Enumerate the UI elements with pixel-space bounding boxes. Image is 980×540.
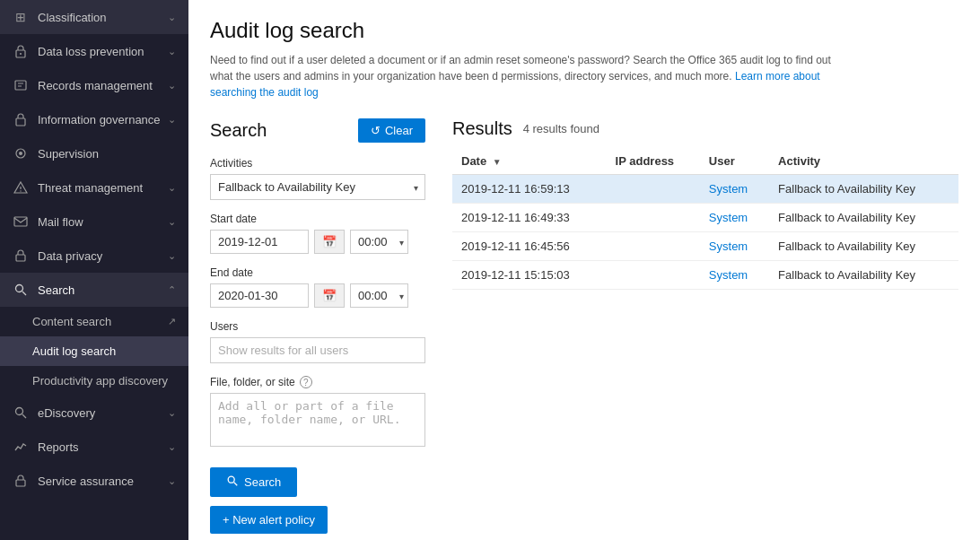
table-row[interactable]: 2019-12-11 15:15:03 System Fallback to A… <box>452 261 958 290</box>
cell-activity: Fallback to Availability Key <box>769 175 958 204</box>
calendar-icon: 📅 <box>322 235 337 248</box>
sidebar-item-productivity-app-discovery[interactable]: Productivity app discovery <box>0 366 188 396</box>
search-icon <box>13 282 29 298</box>
new-alert-policy-button[interactable]: + New alert policy <box>210 506 328 534</box>
sidebar-item-audit-log-search[interactable]: Audit log search <box>0 336 188 366</box>
chevron-down-icon: ⌄ <box>168 475 176 487</box>
start-date-label: Start date <box>210 213 425 225</box>
chevron-down-icon: ⌄ <box>168 407 176 419</box>
cell-date: 2019-12-11 16:59:13 <box>452 175 607 204</box>
chevron-down-icon: ⌄ <box>168 182 176 194</box>
cell-date: 2019-12-11 16:45:56 <box>452 232 607 261</box>
user-link: System <box>709 182 748 196</box>
sidebar-label-service-assurance: Service assurance <box>38 475 134 488</box>
results-table: Date ▼ IP address User Activity <box>452 148 958 290</box>
svg-point-13 <box>16 285 23 292</box>
user-link: System <box>709 268 748 282</box>
reports-icon <box>13 439 29 455</box>
file-folder-textarea[interactable] <box>210 393 425 447</box>
end-date-input[interactable] <box>210 283 309 308</box>
service-assurance-icon <box>13 473 29 489</box>
sidebar-item-service-assurance[interactable]: Service assurance ⌄ <box>0 464 188 498</box>
sidebar-label-ediscovery: eDiscovery <box>38 406 95 420</box>
threat-icon <box>13 179 29 196</box>
col-header-activity[interactable]: Activity <box>769 148 958 175</box>
sidebar-item-content-search[interactable]: Content search ↗ <box>0 307 188 336</box>
sort-icon: ▼ <box>493 157 502 167</box>
chevron-down-icon: ⌄ <box>168 46 176 57</box>
sidebar-item-mail-flow[interactable]: Mail flow ⌄ <box>0 205 188 239</box>
calendar-icon: 📅 <box>322 289 337 302</box>
sidebar-label-reports: Reports <box>38 440 79 454</box>
cell-date: 2019-12-11 16:49:33 <box>452 204 607 232</box>
cell-user[interactable]: System <box>700 232 769 261</box>
svg-rect-17 <box>16 480 25 486</box>
svg-rect-11 <box>14 217 27 226</box>
svg-line-19 <box>234 483 238 486</box>
sidebar-label-search: Search <box>38 283 74 297</box>
file-folder-info-icon[interactable]: ? <box>300 376 312 388</box>
chevron-down-icon: ⌄ <box>168 80 176 91</box>
search-panel: Search ↺ Clear Activities Fallback to Av… <box>210 118 425 540</box>
svg-rect-5 <box>16 118 25 126</box>
table-row[interactable]: 2019-12-11 16:59:13 System Fallback to A… <box>452 175 958 204</box>
start-time-select[interactable]: 00:00 <box>350 230 408 254</box>
user-link: System <box>709 211 748 224</box>
col-header-ip[interactable]: IP address <box>607 148 700 175</box>
chevron-down-icon: ⌄ <box>168 216 176 228</box>
sidebar-label-content-search: Content search <box>32 315 111 328</box>
mail-icon <box>13 213 29 230</box>
chevron-down-icon: ⌄ <box>168 441 176 453</box>
start-date-group: Start date 📅 00:00 ▾ <box>210 213 425 254</box>
cell-user[interactable]: System <box>700 204 769 232</box>
sidebar-item-supervision[interactable]: Supervision <box>0 136 188 170</box>
cell-activity: Fallback to Availability Key <box>769 204 958 232</box>
sidebar-label-threat: Threat management <box>38 181 143 195</box>
sidebar-label-classification: Classification <box>38 11 107 24</box>
svg-rect-12 <box>16 255 25 261</box>
results-title: Results <box>452 118 512 139</box>
svg-point-1 <box>20 53 22 55</box>
sidebar-item-ediscovery[interactable]: eDiscovery ⌄ <box>0 396 188 430</box>
ediscovery-icon <box>13 405 29 421</box>
user-link: System <box>709 240 748 253</box>
sidebar-label-productivity: Productivity app discovery <box>32 374 168 388</box>
page-title: Audit log search <box>210 18 958 43</box>
sidebar-item-classification[interactable]: ⊞ Classification ⌄ <box>0 0 188 34</box>
svg-point-18 <box>228 476 234 483</box>
cell-ip <box>607 204 700 232</box>
cell-user[interactable]: System <box>700 261 769 290</box>
sidebar-label-dlp: Data loss prevention <box>38 45 144 58</box>
chevron-down-icon: ⌄ <box>168 114 176 126</box>
table-row[interactable]: 2019-12-11 16:49:33 System Fallback to A… <box>452 204 958 232</box>
sidebar: ⊞ Classification ⌄ Data loss prevention … <box>0 0 188 540</box>
file-folder-group: File, folder, or site ? <box>210 376 425 449</box>
start-date-calendar-button[interactable]: 📅 <box>314 230 345 254</box>
sidebar-item-reports[interactable]: Reports ⌄ <box>0 430 188 464</box>
start-date-input[interactable] <box>210 230 309 254</box>
table-row[interactable]: 2019-12-11 16:45:56 System Fallback to A… <box>452 232 958 261</box>
search-btn-icon <box>226 475 239 490</box>
sidebar-item-threat-management[interactable]: Threat management ⌄ <box>0 170 188 205</box>
col-header-user[interactable]: User <box>700 148 769 175</box>
sidebar-item-information-governance[interactable]: Information governance ⌄ <box>0 102 188 136</box>
sidebar-item-records-management[interactable]: Records management ⌄ <box>0 68 188 102</box>
sidebar-item-search[interactable]: Search ⌃ <box>0 273 188 307</box>
cell-user[interactable]: System <box>700 175 769 204</box>
supervision-icon <box>13 145 29 161</box>
cell-date: 2019-12-11 15:15:03 <box>452 261 607 290</box>
col-header-date[interactable]: Date ▼ <box>452 148 607 175</box>
clear-button[interactable]: ↺ Clear <box>358 118 425 143</box>
search-button[interactable]: Search <box>210 467 297 497</box>
users-input[interactable] <box>210 337 425 363</box>
sidebar-item-data-privacy[interactable]: Data privacy ⌄ <box>0 239 188 273</box>
svg-point-10 <box>20 190 21 191</box>
sidebar-label-supervision: Supervision <box>38 147 99 161</box>
activities-select[interactable]: Fallback to Availability Key <box>210 174 425 200</box>
info-gov-icon <box>13 111 29 127</box>
end-time-select[interactable]: 00:00 <box>350 283 408 308</box>
cell-ip <box>607 261 700 290</box>
end-date-calendar-button[interactable]: 📅 <box>314 283 345 308</box>
sidebar-item-data-loss-prevention[interactable]: Data loss prevention ⌄ <box>0 34 188 68</box>
results-panel: Results 4 results found Date ▼ IP addres… <box>452 118 958 540</box>
